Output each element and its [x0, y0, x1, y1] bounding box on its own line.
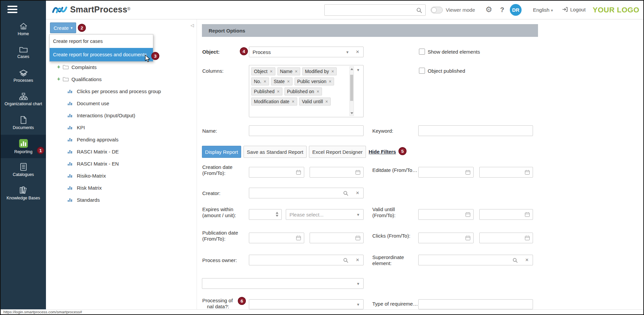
help-icon[interactable]: ? — [500, 6, 504, 14]
sidebar-item-documents[interactable]: Documents — [1, 111, 46, 135]
sidebar-item-reporting[interactable]: Reporting 1 — [1, 135, 46, 158]
tree-item-report[interactable]: Pending approvals — [46, 133, 196, 145]
process-owner-search-input[interactable]: × — [249, 255, 364, 265]
gear-icon[interactable]: ⚙ — [485, 5, 492, 14]
expires-amount-stepper[interactable] — [249, 209, 282, 220]
avatar[interactable]: DR — [510, 4, 522, 16]
calendar-icon[interactable] — [355, 170, 361, 175]
clicks-from-input[interactable] — [418, 233, 474, 243]
clear-icon[interactable]: × — [356, 49, 359, 55]
logout-button[interactable]: Logout — [562, 6, 586, 12]
calendar-icon[interactable] — [465, 235, 471, 241]
remove-tag-icon[interactable]: × — [264, 79, 266, 84]
column-tag[interactable]: Published on× — [284, 87, 322, 96]
tree-item-report[interactable]: RASCI Matrix - EN — [46, 158, 196, 170]
tree-item-report[interactable]: Risiko-Matrix — [46, 170, 196, 182]
sidebar-item-processes[interactable]: Processes — [1, 64, 46, 88]
calendar-icon[interactable] — [525, 170, 530, 175]
publication-date-to-input[interactable] — [310, 233, 364, 243]
scrollbar[interactable] — [350, 66, 354, 116]
chevron-down-icon[interactable]: ▾ — [346, 50, 348, 55]
create-button[interactable]: Create ▾ — [50, 22, 76, 33]
sidebar-item-home[interactable]: Home — [1, 17, 46, 41]
name-input[interactable] — [249, 125, 364, 136]
additional-filter-select[interactable]: ▾ — [202, 278, 364, 289]
column-tag[interactable]: Public version× — [294, 77, 334, 85]
sidebar-item-cases[interactable]: Cases — [1, 41, 46, 64]
clear-icon[interactable]: × — [356, 257, 359, 263]
calendar-icon[interactable] — [525, 212, 530, 217]
sidebar-item-knowledge-bases[interactable]: Knowledge Bases — [1, 182, 46, 205]
sidebar-item-catalogues[interactable]: Catalogues — [1, 158, 46, 182]
tree-item-report[interactable]: Risk Matrix — [46, 182, 196, 194]
remove-tag-icon[interactable]: × — [317, 89, 319, 94]
publication-date-from-input[interactable] — [249, 233, 304, 243]
scroll-down-icon[interactable] — [351, 112, 353, 114]
expand-icon[interactable]: + — [56, 76, 61, 82]
editdate-from-input[interactable] — [418, 167, 474, 178]
clicks-to-input[interactable] — [479, 233, 533, 243]
stepper-arrows[interactable] — [276, 212, 278, 217]
remove-tag-icon[interactable]: × — [287, 79, 290, 84]
scrollbar-thumb[interactable] — [350, 75, 353, 101]
object-select[interactable]: Process ▾ × — [249, 47, 364, 57]
remove-tag-icon[interactable]: × — [325, 99, 328, 104]
column-tag[interactable]: Modified by× — [302, 67, 337, 75]
viewer-mode-toggle[interactable] — [431, 7, 443, 13]
search-icon[interactable] — [513, 258, 518, 263]
calendar-icon[interactable] — [465, 212, 471, 217]
tree-item-report[interactable]: Standards — [46, 194, 196, 206]
keyword-input[interactable] — [418, 125, 533, 136]
menu-item-create-report-processes[interactable]: Create report for processes and document… — [50, 48, 153, 61]
column-tag[interactable]: State× — [271, 77, 292, 85]
column-tag[interactable]: Name× — [277, 67, 301, 75]
column-tag[interactable]: Published× — [251, 87, 282, 96]
object-published-checkbox[interactable] — [419, 68, 425, 74]
remove-tag-icon[interactable]: × — [270, 69, 272, 74]
save-standard-report-button[interactable]: Save as Standard Report — [244, 146, 307, 158]
column-tag[interactable]: No.× — [251, 77, 269, 85]
remove-tag-icon[interactable]: × — [329, 79, 331, 84]
language-selector[interactable]: English ▾ — [533, 7, 553, 13]
type-requirement-input[interactable] — [418, 299, 533, 309]
tree-item-report[interactable]: KPI — [46, 121, 196, 133]
creation-date-to-input[interactable] — [310, 167, 364, 178]
creation-date-from-input[interactable] — [249, 167, 304, 178]
column-tag[interactable]: Valid untill× — [299, 98, 331, 106]
calendar-icon[interactable] — [465, 170, 471, 175]
tree-item-report[interactable]: Document use — [46, 97, 196, 109]
hide-filters-link[interactable]: Hide Filters — [369, 149, 396, 154]
tree-item-folder[interactable]: + Qualifications — [46, 73, 196, 85]
tree-item-folder[interactable]: + Complaints — [46, 61, 196, 73]
creator-search-input[interactable]: × — [249, 188, 364, 198]
search-input[interactable] — [327, 6, 414, 14]
clear-icon[interactable]: × — [525, 257, 529, 263]
calendar-icon[interactable] — [296, 235, 301, 241]
hamburger-menu-icon[interactable] — [7, 6, 46, 13]
tree-item-report[interactable]: Clicks per process and process group — [46, 85, 196, 97]
remove-tag-icon[interactable]: × — [292, 99, 294, 104]
chevron-down-icon[interactable]: ▾ — [357, 67, 359, 72]
remove-tag-icon[interactable]: × — [277, 89, 280, 94]
search-icon[interactable] — [343, 191, 348, 196]
tree-item-report[interactable]: Interactions (Input/Output) — [46, 109, 196, 121]
calendar-icon[interactable] — [525, 235, 530, 241]
display-report-button[interactable]: Display Report — [202, 146, 241, 158]
search-icon[interactable] — [343, 258, 348, 263]
excel-report-designer-button[interactable]: Excel Report Designer — [309, 146, 366, 158]
tree-item-report[interactable]: RASCI Matrix - DE — [46, 145, 196, 158]
superordinate-search-input[interactable]: × — [418, 255, 533, 265]
valid-untill-from-input[interactable] — [418, 209, 474, 220]
expand-icon[interactable]: + — [56, 64, 61, 70]
column-tag[interactable]: Modification date× — [251, 98, 297, 106]
collapse-panel-icon[interactable]: ◁ — [191, 23, 194, 28]
chevron-down-icon[interactable]: ▾ — [357, 212, 359, 217]
chevron-down-icon[interactable]: ▾ — [357, 281, 359, 286]
editdate-to-input[interactable] — [479, 167, 533, 178]
remove-tag-icon[interactable]: × — [295, 69, 298, 74]
columns-multiselect[interactable]: Object× Name× Modified by× No.× State× P… — [249, 65, 364, 117]
processing-select[interactable]: ▾ — [249, 299, 364, 309]
remove-tag-icon[interactable]: × — [331, 69, 334, 74]
scroll-up-icon[interactable] — [351, 68, 353, 70]
sidebar-item-organizational-chart[interactable]: Organizational chart — [1, 88, 46, 111]
